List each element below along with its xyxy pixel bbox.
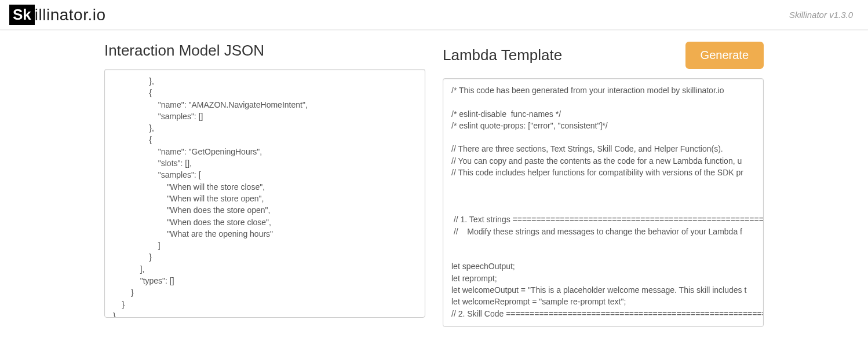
interaction-model-heading: Interaction Model JSON (104, 42, 425, 60)
left-column: Interaction Model JSON (104, 42, 425, 329)
lambda-heading-row: Lambda Template Generate (443, 42, 764, 69)
right-column: Lambda Template Generate (443, 42, 764, 329)
main-content: Interaction Model JSON Lambda Template G… (0, 30, 868, 341)
generate-button[interactable]: Generate (685, 42, 764, 69)
lambda-template-wrap (443, 78, 764, 329)
header: Skillinator.io Skillinator v1.3.0 (0, 0, 868, 30)
logo-mark: Sk (9, 5, 35, 25)
logo-text: illinator.io (35, 6, 106, 24)
interaction-model-textarea[interactable] (104, 69, 425, 318)
version-label: Skillinator v1.3.0 (789, 10, 859, 20)
lambda-template-textarea[interactable] (443, 78, 764, 327)
lambda-template-heading: Lambda Template (443, 46, 562, 64)
interaction-model-wrap (104, 69, 425, 320)
logo: Skillinator.io (9, 5, 106, 25)
